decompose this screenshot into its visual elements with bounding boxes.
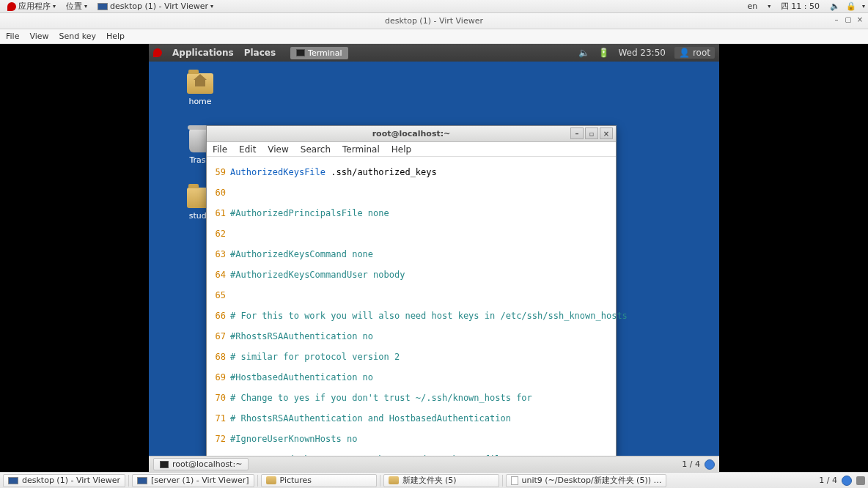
document-icon bbox=[511, 476, 518, 485]
host-taskbar-item[interactable]: [server (1) - Virt Viewer] bbox=[132, 474, 254, 487]
desktop-icon-label: home bbox=[188, 97, 211, 106]
vv-menu-sendkey[interactable]: Send key bbox=[59, 32, 96, 41]
host-taskbar-item[interactable]: unit9 (~/Desktop/新建文件夹 (5)) … bbox=[506, 474, 667, 487]
redhat-icon bbox=[7, 2, 16, 11]
term-menu-view[interactable]: View bbox=[268, 144, 288, 155]
workspace-indicator-icon[interactable] bbox=[842, 476, 852, 486]
term-menu-file[interactable]: File bbox=[213, 144, 227, 155]
volume-icon[interactable]: 🔈 bbox=[830, 1, 840, 11]
terminal-body[interactable]: 59AuthorizedKeysFile .ssh/authorized_key… bbox=[207, 157, 616, 488]
term-menu-edit[interactable]: Edit bbox=[239, 144, 256, 155]
close-button[interactable]: × bbox=[856, 15, 864, 23]
term-menu-terminal[interactable]: Terminal bbox=[342, 144, 380, 155]
guest-clock[interactable]: Wed 23:50 bbox=[618, 48, 666, 58]
guest-places-menu[interactable]: Places bbox=[244, 48, 276, 58]
terminal-icon bbox=[160, 461, 169, 468]
terminal-titlebar[interactable]: root@localhost:~ – ▫ × bbox=[207, 126, 616, 142]
folder-icon bbox=[389, 476, 399, 484]
workspace-indicator-icon[interactable] bbox=[705, 459, 715, 470]
maximize-button[interactable]: ▫ bbox=[585, 127, 598, 139]
guest-pager-label: 1 / 4 bbox=[682, 459, 700, 469]
host-window-menu[interactable]: desktop (1) - Virt Viewer ▾ bbox=[93, 1, 218, 11]
vv-menu-help[interactable]: Help bbox=[106, 32, 125, 41]
window-thumb-icon bbox=[8, 477, 18, 484]
guest-top-panel: Applications Places Terminal 🔈 🔋 Wed 23:… bbox=[149, 44, 719, 62]
tray-icon[interactable] bbox=[856, 476, 865, 485]
power-icon[interactable]: 🔒 bbox=[846, 1, 856, 11]
terminal-title: root@localhost:~ bbox=[372, 129, 451, 138]
virt-viewer-window: desktop (1) - Virt Viewer – ▢ × File Vie… bbox=[0, 13, 868, 472]
host-places-menu[interactable]: 位置 ▾ bbox=[62, 1, 92, 12]
host-apps-menu[interactable]: 应用程序 ▾ bbox=[3, 1, 60, 12]
terminal-window[interactable]: root@localhost:~ – ▫ × File Edit View Se… bbox=[206, 125, 617, 488]
vv-menu-view[interactable]: View bbox=[29, 32, 48, 41]
volume-icon[interactable]: 🔈 bbox=[578, 48, 589, 58]
maximize-button[interactable]: ▢ bbox=[845, 15, 852, 23]
host-clock[interactable]: 四 11 : 50 bbox=[776, 1, 824, 12]
host-taskbar-item[interactable]: desktop (1) - Virt Viewer bbox=[3, 474, 125, 487]
desktop-icon-home[interactable]: home bbox=[178, 73, 222, 106]
host-top-panel: 应用程序 ▾ 位置 ▾ desktop (1) - Virt Viewer ▾ … bbox=[0, 0, 868, 13]
host-taskbar-item[interactable]: 新建文件夹 (5) bbox=[383, 474, 499, 487]
virt-viewer-title: desktop (1) - Virt Viewer bbox=[385, 16, 483, 26]
folder-icon bbox=[266, 476, 276, 484]
minimize-button[interactable]: – bbox=[570, 127, 584, 139]
guest-user-menu[interactable]: 👤 root bbox=[674, 47, 715, 59]
guest-bottom-panel: root@localhost:~ 1 / 4 bbox=[149, 456, 719, 472]
window-thumb-icon bbox=[137, 477, 147, 484]
window-thumb-icon bbox=[98, 3, 108, 10]
host-taskbar-item[interactable]: Pictures bbox=[261, 474, 377, 487]
redhat-icon bbox=[153, 48, 162, 57]
close-button[interactable]: × bbox=[600, 127, 613, 139]
host-lang-indicator[interactable]: en bbox=[743, 1, 762, 11]
guest-terminal-tab[interactable]: Terminal bbox=[290, 47, 348, 59]
minimize-button[interactable]: – bbox=[833, 15, 840, 23]
term-menu-help[interactable]: Help bbox=[391, 144, 411, 155]
host-bottom-panel: desktop (1) - Virt Viewer [server (1) - … bbox=[0, 472, 868, 488]
virt-viewer-content: Applications Places Terminal 🔈 🔋 Wed 23:… bbox=[0, 44, 868, 472]
term-menu-search[interactable]: Search bbox=[301, 144, 331, 155]
vv-menu-file[interactable]: File bbox=[6, 32, 19, 41]
guest-apps-menu[interactable]: Applications bbox=[172, 48, 234, 58]
guest-desktop[interactable]: Applications Places Terminal 🔈 🔋 Wed 23:… bbox=[149, 44, 719, 472]
terminal-icon bbox=[296, 49, 305, 56]
battery-icon[interactable]: 🔋 bbox=[598, 48, 609, 58]
host-pager-label: 1 / 4 bbox=[819, 476, 837, 485]
virt-viewer-titlebar[interactable]: desktop (1) - Virt Viewer – ▢ × bbox=[0, 13, 868, 29]
terminal-menubar: File Edit View Search Terminal Help bbox=[207, 142, 616, 157]
virt-viewer-menubar: File View Send key Help bbox=[0, 29, 868, 44]
guest-taskbar-item[interactable]: root@localhost:~ bbox=[153, 458, 249, 470]
